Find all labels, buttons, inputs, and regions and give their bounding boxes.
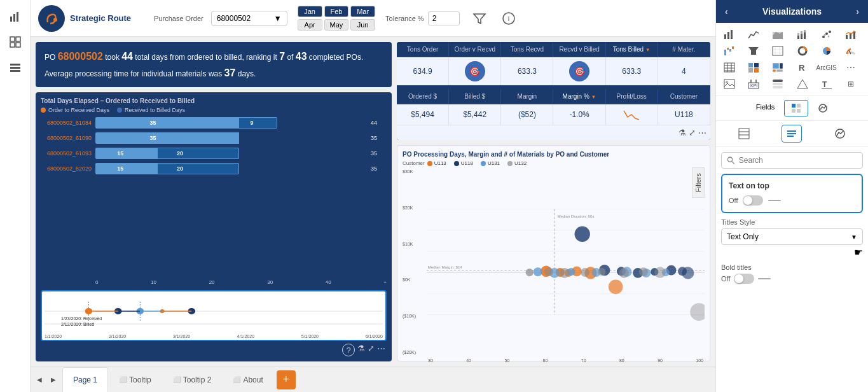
viz-icon-more-a[interactable]: ArcGIS [817, 60, 836, 75]
svg-rect-106 [773, 69, 776, 72]
viz-icon-more2[interactable]: ⋯ [841, 60, 860, 75]
svg-point-50 [609, 279, 623, 294]
svg-marker-11 [474, 14, 485, 24]
bold-toggle-switch[interactable] [734, 274, 754, 284]
viz-icon-gauge[interactable] [841, 43, 860, 59]
tolerance-input[interactable] [428, 11, 460, 25]
tab-tooltip[interactable]: ⬜ Tooltip [108, 367, 162, 392]
filter-icon[interactable] [470, 9, 489, 28]
header-tons-billed: Tons Billed ▼ [606, 42, 658, 57]
titles-style-value: Text Only [727, 232, 759, 241]
svg-rect-7 [10, 64, 20, 66]
viz-icon-kpi[interactable]: KPI [744, 76, 763, 92]
tab-add-button[interactable]: + [277, 370, 296, 389]
svg-rect-90 [773, 46, 783, 55]
search-input[interactable] [739, 156, 857, 165]
sidebar-icon-layers[interactable] [4, 56, 27, 79]
header-billed: Billed $ [449, 89, 501, 104]
viz-icon-text2[interactable]: T [817, 76, 836, 92]
header-profit-loss: Profit/Loss [606, 89, 658, 104]
panel-nav-right-btn[interactable]: › [856, 6, 859, 17]
titles-style-dropdown[interactable]: Text Only ▼ [721, 228, 863, 245]
svg-point-62 [598, 268, 605, 276]
month-may[interactable]: May [324, 19, 349, 31]
viz-icon-combo[interactable] [841, 27, 860, 42]
cell-margin-pct: -1.0% [553, 104, 605, 125]
tab-prev-arrow[interactable]: ◀ [33, 374, 46, 386]
table-more-icon[interactable]: ⋯ [698, 128, 706, 137]
svg-rect-126 [739, 129, 749, 139]
svg-rect-109 [724, 80, 734, 88]
tab-page1[interactable]: Page 1 [62, 367, 108, 392]
bar-val1-2: 35 [149, 135, 156, 141]
filter-tab-format[interactable] [784, 100, 808, 116]
viz-icon-shape[interactable] [793, 76, 812, 92]
viz-icon-treemap[interactable] [768, 60, 787, 75]
viz-icon-scatter[interactable] [817, 27, 836, 42]
viz-icon-image[interactable] [720, 76, 739, 92]
svg-rect-84 [853, 32, 855, 39]
tab-next-arrow[interactable]: ▶ [47, 374, 60, 386]
viz-icon-bar[interactable] [720, 27, 739, 42]
bar-row-1: 68000502_61084 35 9 44 [41, 117, 387, 129]
action-icon-analytics2[interactable] [830, 125, 850, 143]
viz-icon-map[interactable] [768, 43, 787, 59]
viz-icon-funnel[interactable] [744, 43, 763, 59]
viz-icon-waterfall[interactable] [720, 43, 739, 59]
dot-u132 [507, 161, 513, 166]
info-icon[interactable]: i [499, 9, 518, 28]
purchase-order-dropdown[interactable]: 68000502 ▼ [211, 11, 287, 26]
bar-seg2-4 [158, 163, 239, 174]
header-ordered: Ordered $ [397, 89, 449, 104]
filters-tab[interactable]: Filters [692, 167, 705, 198]
viz-icon-donut[interactable] [793, 43, 812, 59]
month-mar[interactable]: Mar [350, 6, 375, 17]
panel-nav-left-btn[interactable]: ‹ [725, 6, 728, 17]
viz-icon-matrix[interactable] [744, 60, 763, 75]
viz-icon-pie[interactable] [817, 43, 836, 59]
tab-about-label: About [243, 375, 263, 384]
svg-point-65 [654, 267, 665, 277]
action-icon-format[interactable] [782, 125, 802, 143]
dot-u113 [427, 161, 432, 166]
table-filter-icon[interactable]: ⚗ [679, 128, 686, 137]
bar-container-4: 15 20 [95, 163, 367, 174]
filter-tab-fields[interactable]: Fields [749, 100, 782, 116]
bold-toggle-line [758, 278, 771, 279]
sidebar-icon-chart[interactable] [4, 5, 27, 28]
viz-icon-r[interactable]: R [793, 60, 812, 75]
cell-ordered: $5,494 [397, 104, 449, 125]
month-apr[interactable]: Apr [298, 19, 322, 31]
toggle-switch[interactable] [743, 195, 763, 206]
action-icon-table2[interactable] [734, 125, 754, 143]
bar-chart-more-icon[interactable]: ⋯ [377, 344, 385, 356]
bar-row-4: 68000502_62020 15 20 35 [41, 163, 387, 174]
svg-rect-71 [797, 36, 799, 39]
month-jan[interactable]: Jan [298, 6, 322, 17]
tab-tooltip2[interactable]: ⬜ Tooltip 2 [162, 367, 223, 392]
viz-icon-line[interactable] [744, 27, 763, 42]
filter-tab-analytics[interactable] [811, 100, 835, 116]
svg-point-110 [726, 81, 728, 83]
svg-rect-6 [16, 43, 20, 47]
scatter-legend-row: Customer U113 U118 U131 [403, 160, 705, 166]
tab-about[interactable]: ⬜ About [222, 367, 273, 392]
viz-icon-area[interactable] [768, 27, 787, 42]
viz-icon-table[interactable] [720, 60, 739, 75]
month-feb[interactable]: Feb [324, 6, 349, 17]
viz-icon-slicer[interactable] [768, 76, 787, 92]
viz-icon-unknown[interactable]: ⊞ [841, 76, 860, 92]
month-jun[interactable]: Jun [350, 19, 375, 31]
dot-u131 [481, 161, 486, 166]
table-expand-icon[interactable]: ⤢ [689, 128, 696, 137]
search-box[interactable] [721, 152, 863, 169]
svg-text:KPI: KPI [750, 83, 757, 88]
viz-icon-stacked[interactable] [793, 27, 812, 42]
bold-off-row: Off [721, 274, 863, 284]
sidebar-icon-grid[interactable] [4, 31, 27, 53]
action-icons [716, 121, 868, 147]
bar-chart-help-icon[interactable]: ? [342, 344, 355, 356]
bar-chart-filter-icon[interactable]: ⚗ [357, 344, 365, 356]
avg-days: 37 [224, 67, 236, 78]
bar-chart-expand-icon[interactable]: ⤢ [368, 344, 375, 356]
